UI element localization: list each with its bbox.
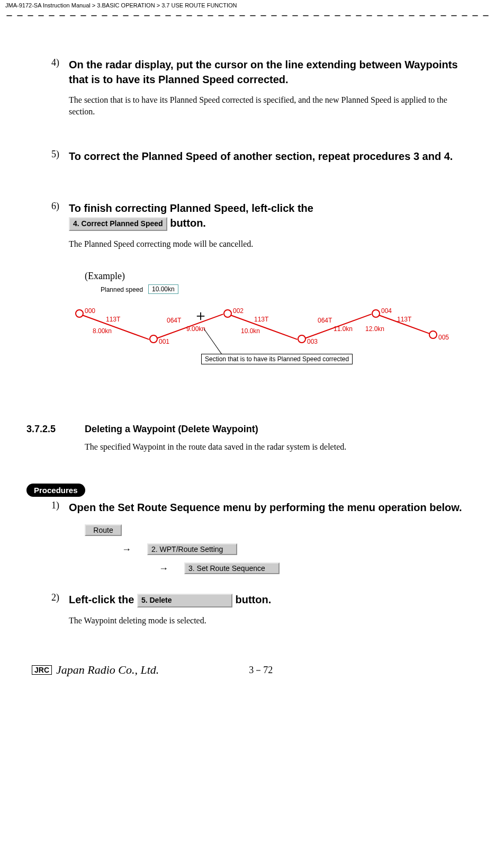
subsection-description: The specified Waypoint in the route data… (85, 442, 472, 452)
step-title: Open the Set Route Sequence menu by perf… (69, 500, 472, 515)
subsection-title: Deleting a Waypoint (Delete Waypoint) (85, 424, 258, 435)
step-number: 4) (26, 57, 69, 117)
heading-label: 064T (167, 317, 181, 324)
chapter-name: 3.BASIC OPERATION (97, 2, 155, 8)
step-title-pre: Left-click the (69, 594, 137, 605)
speed-label: 12.0kn (365, 325, 384, 333)
planned-speed-label: Planned speed (101, 286, 143, 293)
dashed-divider: –––––––––– –––––––––– –––––––––– –––––––… (0, 10, 504, 20)
step-title: On the radar display, put the cursor on … (69, 57, 472, 87)
step-description: The Planned Speed correcting mode will b… (69, 238, 472, 250)
delete-button[interactable]: 5. Delete (137, 594, 232, 607)
step-5: 5) To correct the Planned Speed of anoth… (26, 149, 472, 164)
step-title-post: button. (235, 594, 271, 605)
jrc-logo: JRC (32, 665, 52, 675)
step-number: 2) (26, 592, 69, 626)
waypoint-marker (223, 309, 232, 318)
speed-label: 9.00kn (186, 325, 205, 333)
route-diagram: Planned speed 10.00kn 000 001 002 003 00… (69, 286, 439, 376)
set-route-sequence-button[interactable]: 3. Set Route Sequence (184, 562, 280, 574)
waypoint-marker (298, 335, 306, 343)
proc-step-1: 1) Open the Set Route Sequence menu by p… (26, 500, 472, 515)
correct-planned-speed-button[interactable]: 4. Correct Planned Speed (69, 217, 167, 231)
waypoint-label: 003 (307, 338, 318, 345)
waypoint-label: 000 (85, 307, 95, 315)
waypoint-marker (149, 335, 158, 343)
wpt-route-setting-button[interactable]: 2. WPT/Route Setting (147, 543, 237, 555)
step-number: 5) (26, 149, 69, 164)
step-title: To correct the Planned Speed of another … (69, 149, 472, 164)
waypoint-label: 002 (233, 307, 244, 315)
speed-label: 10.0kn (241, 327, 260, 335)
menu-path: Route → 2. WPT/Route Setting → 3. Set Ro… (85, 524, 472, 574)
subsection-3-7-2-5: 3.7.2.5 Deleting a Waypoint (Delete Wayp… (26, 424, 472, 452)
example-label: (Example) (85, 271, 472, 282)
manual-name: JMA-9172-SA Instruction Manual (5, 2, 91, 8)
step-title: To finish correcting Planned Speed, left… (69, 201, 472, 231)
step-6: 6) To finish correcting Planned Speed, l… (26, 201, 472, 249)
waypoint-marker (429, 330, 437, 339)
section-name: 3.7 USE ROUTE FUNCTION (161, 2, 237, 8)
heading-label: 113T (106, 316, 120, 323)
waypoint-label: 005 (438, 334, 449, 341)
route-button[interactable]: Route (85, 524, 122, 536)
speed-label: 11.0kn (334, 325, 353, 333)
proc-step-2: 2) Left-click the 5. Delete button. The … (26, 592, 472, 626)
step-description: The Waypoint deleting mode is selected. (69, 615, 472, 627)
arrow-right-icon: → (159, 563, 168, 574)
heading-label: 064T (318, 317, 332, 324)
example-block: (Example) Planned speed 10.00kn 000 001 … (69, 271, 472, 376)
waypoint-marker (75, 309, 84, 318)
step-title: Left-click the 5. Delete button. (69, 592, 472, 607)
procedures-badge: Procedures (26, 484, 85, 497)
heading-label: 113T (254, 316, 268, 323)
step-title-pre: To finish correcting Planned Speed, left… (69, 202, 313, 214)
page-number: 3－72 (249, 664, 273, 676)
subsection-number: 3.7.2.5 (26, 424, 85, 435)
step-4: 4) On the radar display, put the cursor … (26, 57, 472, 117)
header-path: JMA-9172-SA Instruction Manual > 3.BASIC… (0, 0, 504, 10)
waypoint-marker (372, 309, 380, 318)
section-caption: Section that is to have its Planned Spee… (201, 354, 353, 364)
waypoint-label: 004 (381, 307, 392, 315)
page-footer: JRC Japan Radio Co., Ltd. 3－72 (0, 663, 504, 677)
arrow-right-icon: → (122, 544, 131, 555)
heading-label: 113T (397, 316, 411, 323)
speed-label: 8.00kn (93, 327, 112, 335)
step-number: 6) (26, 201, 69, 249)
waypoint-label: 001 (159, 338, 169, 345)
step-title-post: button. (170, 217, 206, 229)
company-name: Japan Radio Co., Ltd. (56, 663, 159, 677)
step-description: The section that is to have its Planned … (69, 94, 472, 117)
planned-speed-input[interactable]: 10.00kn (148, 284, 178, 294)
step-number: 1) (26, 500, 69, 515)
